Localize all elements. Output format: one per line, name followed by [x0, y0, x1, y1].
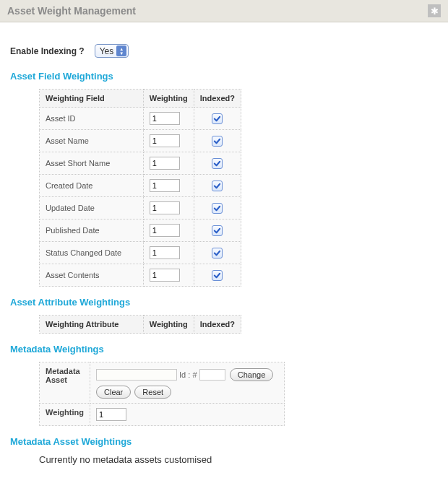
asset-weightings-empty-message: Currently no metadata assets customised: [39, 454, 438, 465]
metadata-weighting-input[interactable]: [96, 408, 126, 421]
select-arrows-icon: ▲▼: [116, 45, 126, 56]
field-name: Created Date: [40, 175, 144, 197]
section-title-metadata: Metadata Weightings: [10, 344, 438, 355]
weighting-cell: [143, 220, 194, 242]
metadata-weightings-table: Metadata Asset Id : # Change Clear Reset…: [39, 362, 285, 426]
weighting-input[interactable]: [150, 269, 180, 282]
field-name: Asset Short Name: [40, 152, 144, 175]
indexed-cell: [194, 242, 241, 264]
weighting-input[interactable]: [150, 157, 180, 170]
metadata-asset-cell: Id : # Change Clear Reset: [90, 362, 285, 404]
page-title: Asset Weight Management: [7, 5, 136, 17]
field-name: Asset Name: [40, 130, 144, 152]
metadata-asset-label: Metadata Asset: [40, 362, 90, 404]
enable-indexing-row: Enable Indexing ? Yes ▲▼: [10, 44, 438, 58]
metadata-id-label: Id : #: [179, 370, 197, 379]
indexed-cell: [194, 220, 241, 242]
weighting-input[interactable]: [150, 201, 180, 214]
weighting-cell: [143, 108, 194, 130]
content-area: Enable Indexing ? Yes ▲▼ Asset Field Wei…: [0, 22, 448, 475]
indexed-checkbox[interactable]: [212, 203, 223, 214]
weighting-cell: [143, 264, 194, 287]
weighting-cell: [143, 175, 194, 197]
table-row: Status Changed Date: [40, 242, 241, 264]
indexed-cell: [194, 108, 241, 130]
metadata-weighting-label: Weighting: [40, 404, 90, 426]
clear-button[interactable]: Clear: [96, 386, 131, 399]
table-row: Asset Short Name: [40, 152, 241, 175]
weighting-cell: [143, 242, 194, 264]
th-attr-indexed: Indexed?: [194, 316, 241, 334]
section-title-field: Asset Field Weightings: [10, 71, 438, 82]
weighting-input[interactable]: [150, 179, 180, 192]
indexed-cell: [194, 197, 241, 220]
th-attr-weighting: Weighting: [143, 316, 194, 334]
enable-indexing-value: Yes: [100, 46, 117, 56]
indexed-checkbox[interactable]: [212, 248, 223, 258]
field-name: Asset Contents: [40, 264, 144, 287]
field-weightings-table: Weighting Field Weighting Indexed? Asset…: [39, 89, 241, 287]
metadata-asset-name-input[interactable]: [96, 369, 177, 381]
weighting-cell: [143, 197, 194, 220]
weighting-input[interactable]: [150, 224, 180, 237]
section-title-asset-weightings: Metadata Asset Weightings: [10, 436, 438, 447]
table-row: Asset Name: [40, 130, 241, 152]
indexed-checkbox[interactable]: [212, 270, 223, 281]
change-button[interactable]: Change: [230, 368, 274, 381]
section-title-attribute: Asset Attribute Weightings: [10, 297, 438, 308]
th-indexed: Indexed?: [194, 90, 241, 108]
enable-indexing-label: Enable Indexing ?: [10, 46, 85, 56]
table-row: Published Date: [40, 220, 241, 242]
metadata-weighting-cell: [90, 404, 285, 426]
table-row: Updated Date: [40, 197, 241, 220]
indexed-checkbox[interactable]: [212, 225, 223, 236]
attribute-weightings-table: Weighting Attribute Weighting Indexed?: [39, 315, 241, 334]
indexed-cell: [194, 130, 241, 152]
indexed-cell: [194, 175, 241, 197]
table-row: Asset ID: [40, 108, 241, 130]
field-name: Asset ID: [40, 108, 144, 130]
weighting-input[interactable]: [150, 112, 180, 125]
th-weighting: Weighting: [143, 90, 194, 108]
reset-button[interactable]: Reset: [134, 386, 171, 399]
th-weighting-attribute: Weighting Attribute: [40, 316, 144, 334]
enable-indexing-select[interactable]: Yes ▲▼: [95, 44, 129, 58]
weighting-cell: [143, 152, 194, 175]
indexed-checkbox[interactable]: [212, 113, 223, 124]
weighting-input[interactable]: [150, 134, 180, 147]
indexed-cell: [194, 264, 241, 287]
table-row: Asset Contents: [40, 264, 241, 287]
table-row: Created Date: [40, 175, 241, 197]
field-name: Status Changed Date: [40, 242, 144, 264]
title-bar: Asset Weight Management ✱: [0, 0, 448, 22]
indexed-checkbox[interactable]: [212, 181, 223, 191]
weighting-input[interactable]: [150, 246, 180, 259]
indexed-cell: [194, 152, 241, 175]
field-name: Updated Date: [40, 197, 144, 220]
star-icon[interactable]: ✱: [428, 4, 441, 17]
indexed-checkbox[interactable]: [212, 158, 223, 169]
weighting-cell: [143, 130, 194, 152]
th-weighting-field: Weighting Field: [40, 90, 144, 108]
field-name: Published Date: [40, 220, 144, 242]
metadata-asset-id-input[interactable]: [199, 369, 225, 381]
indexed-checkbox[interactable]: [212, 136, 223, 147]
